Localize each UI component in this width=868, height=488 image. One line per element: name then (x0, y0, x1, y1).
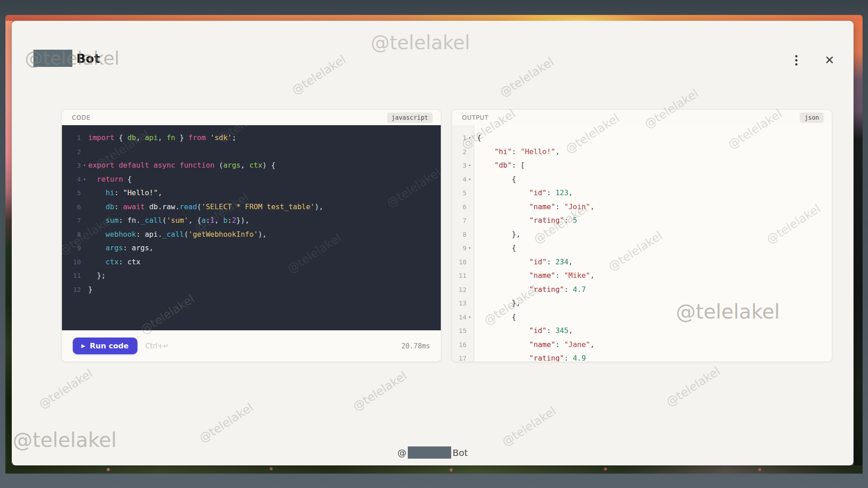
line-content: db: await db.raw.read('SELECT * FROM tes… (88, 200, 323, 214)
output-format-badge[interactable]: json (800, 113, 824, 123)
code-line: 2 (62, 145, 441, 159)
line-content: "id": 123, (473, 186, 573, 200)
output-line: 13 }, (452, 296, 832, 310)
fold-spacer (467, 200, 473, 214)
fold-spacer (467, 228, 473, 242)
execution-duration: 20.78ms (401, 342, 430, 350)
output-line: 6 "name": "Join", (452, 200, 832, 214)
fold-spacer (467, 296, 473, 310)
output-line: 3▾ "db": [ (452, 159, 832, 173)
fold-spacer (81, 186, 88, 200)
code-line: 1import { db, api, fn } from 'sdk'; (62, 131, 441, 145)
fold-spacer (81, 131, 88, 145)
output-viewer[interactable]: 1▾{2 "hi": "Hello!",3▾ "db": [4▾ {5 "id"… (452, 125, 832, 361)
run-code-label: Run code (90, 342, 128, 350)
code-line: 11 }; (62, 269, 441, 283)
code-line: 8 webhook: api._call('getWebhookInfo'), (62, 228, 441, 242)
line-number: 6 (62, 200, 81, 214)
line-number: 7 (62, 214, 81, 228)
line-content: }; (88, 269, 106, 283)
code-line: 7 sum: fn._call('sum', {a:1, b:2}), (62, 214, 441, 228)
line-number: 3 (62, 159, 81, 173)
line-number: 3 (452, 159, 467, 173)
run-shortcut-hint: Ctrl+↵ (146, 342, 169, 350)
code-line: 4▾ return { (62, 173, 441, 187)
line-number: 4 (452, 173, 467, 187)
fold-arrow-icon[interactable]: ▾ (81, 159, 88, 173)
line-number: 7 (452, 214, 467, 228)
line-number: 8 (452, 228, 467, 242)
line-number: 2 (452, 145, 467, 159)
fold-arrow-icon[interactable]: ▾ (467, 310, 473, 324)
line-content: "db": [ (473, 159, 525, 173)
line-number: 13 (452, 296, 467, 310)
fold-arrow-icon[interactable]: ▾ (467, 131, 473, 145)
fold-spacer (81, 255, 88, 269)
line-content: { (473, 173, 516, 187)
line-number: 17 (452, 352, 467, 361)
fold-arrow-icon[interactable]: ▾ (81, 173, 88, 187)
fold-spacer (467, 255, 473, 269)
fold-spacer (467, 186, 473, 200)
output-line: 9▾ { (452, 241, 832, 255)
fold-spacer (467, 338, 473, 352)
fold-arrow-icon[interactable]: ▾ (467, 241, 473, 255)
fold-spacer (81, 228, 88, 242)
code-editor[interactable]: 1import { db, api, fn } from 'sdk';23▾ex… (62, 125, 441, 331)
fold-spacer (81, 241, 88, 255)
line-number: 5 (62, 186, 81, 200)
line-number: 2 (62, 145, 81, 159)
language-badge[interactable]: javascript (387, 113, 433, 123)
desktop: Bot ✕ CODE javascript 1import { db, api,… (0, 0, 868, 488)
code-panel-label: CODE (72, 114, 90, 121)
output-panel-header: OUTPUT json (452, 110, 832, 125)
line-number: 9 (452, 241, 467, 255)
run-code-button[interactable]: ▶ Run code (73, 338, 137, 354)
close-icon[interactable]: ✕ (821, 52, 838, 69)
line-content: }, (473, 296, 520, 310)
code-line: 10 ctx: ctx (62, 255, 441, 269)
line-content: args: args, (88, 241, 154, 255)
fold-arrow-icon[interactable]: ▾ (467, 173, 473, 187)
line-content: webhook: api._call('getWebhookInfo'), (88, 228, 267, 242)
kebab-menu-icon[interactable] (788, 52, 805, 69)
code-panel-header: CODE javascript (62, 110, 441, 125)
line-content: "rating": 5 (473, 214, 577, 228)
line-number: 4 (62, 173, 81, 187)
line-number: 5 (452, 186, 467, 200)
output-line: 11 "name": "Mike", (452, 269, 832, 283)
fold-spacer (81, 269, 88, 283)
line-number: 11 (452, 269, 467, 283)
line-number: 11 (62, 269, 81, 283)
line-number: 10 (62, 255, 81, 269)
run-row: ▶ Run code Ctrl+↵ 20.78ms (62, 330, 441, 361)
fold-spacer (81, 200, 88, 214)
redacted-handle (408, 446, 451, 459)
at-sign: @ (397, 447, 406, 458)
line-number: 16 (452, 338, 467, 352)
line-content: hi: "Hello!", (88, 186, 162, 200)
fold-spacer (467, 269, 473, 283)
fold-spacer (467, 283, 473, 297)
line-content: "name": "Jane", (473, 338, 594, 352)
line-content: { (473, 131, 481, 145)
line-number: 12 (452, 283, 467, 297)
play-icon: ▶ (81, 343, 85, 348)
line-content: import { db, api, fn } from 'sdk'; (88, 131, 236, 145)
fold-spacer (81, 214, 88, 228)
line-content: "id": 345, (473, 324, 573, 338)
line-content: "rating": 4.7 (473, 283, 586, 297)
output-line: 14▾ { (452, 310, 832, 324)
output-line: 16 "name": "Jane", (452, 338, 832, 352)
fold-arrow-icon[interactable]: ▾ (467, 159, 473, 173)
fold-spacer (81, 283, 88, 297)
output-line: 12 "rating": 4.7 (452, 283, 832, 297)
wallpaper-bottom-strip (5, 465, 863, 474)
line-content: export default async function (args, ctx… (88, 159, 275, 173)
line-content: "id": 234, (473, 255, 573, 269)
line-content: "name": "Join", (473, 200, 594, 214)
output-line: 7 "rating": 5 (452, 214, 832, 228)
output-line: 17 "rating": 4.9 (452, 352, 832, 361)
line-number: 6 (452, 200, 467, 214)
output-panel: OUTPUT json 1▾{2 "hi": "Hello!",3▾ "db":… (452, 109, 832, 362)
